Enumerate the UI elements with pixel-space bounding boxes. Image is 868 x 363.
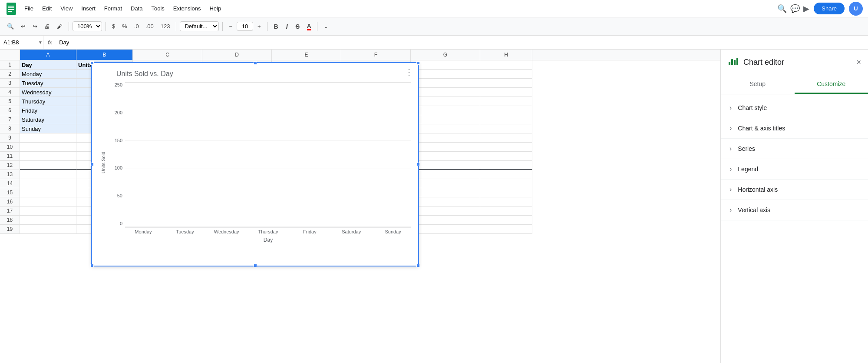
- grid-container[interactable]: 1DayUnits SoldStandard Deviation2Monday3…: [0, 60, 720, 363]
- cell-A3[interactable]: Tuesday: [20, 79, 76, 88]
- row-num-14[interactable]: 14: [0, 179, 20, 188]
- cell-A2[interactable]: Monday: [20, 70, 76, 79]
- cell-A12[interactable]: [20, 161, 76, 170]
- section-series[interactable]: › Series: [721, 139, 868, 159]
- menu-extensions[interactable]: Extensions: [170, 3, 205, 13]
- font-family-select[interactable]: Default...: [180, 21, 219, 31]
- name-box-input[interactable]: [3, 39, 38, 46]
- cell-G9[interactable]: [411, 133, 480, 143]
- strikethrough-button[interactable]: S: [293, 22, 303, 31]
- col-header-b[interactable]: B: [76, 50, 133, 60]
- decimal-increase-button[interactable]: .00: [143, 21, 156, 31]
- cell-G13[interactable]: [411, 170, 480, 179]
- cell-G8[interactable]: [411, 124, 480, 133]
- chart-resize-top-center[interactable]: [254, 61, 257, 65]
- row-num-18[interactable]: 18: [0, 216, 20, 225]
- row-num-12[interactable]: 12: [0, 161, 20, 170]
- editor-close-button[interactable]: ×: [856, 58, 861, 67]
- cell-A8[interactable]: Sunday: [20, 124, 76, 133]
- cell-A14[interactable]: [20, 179, 76, 188]
- chart-resize-left-center[interactable]: [90, 163, 94, 166]
- chart-resize-right-center[interactable]: [416, 163, 420, 166]
- cell-A5[interactable]: Thursday: [20, 97, 76, 106]
- section-vertical-axis[interactable]: › Vertical axis: [721, 200, 868, 220]
- row-num-16[interactable]: 16: [0, 197, 20, 206]
- cell-H10[interactable]: [480, 143, 532, 152]
- col-header-a[interactable]: A: [20, 50, 76, 60]
- section-horizontal-axis[interactable]: › Horizontal axis: [721, 180, 868, 200]
- paint-format-button[interactable]: 🖌: [54, 21, 65, 31]
- chart-resize-top-right[interactable]: [416, 61, 420, 65]
- font-size-decrease-button[interactable]: −: [226, 21, 235, 31]
- menu-file[interactable]: File: [21, 3, 37, 13]
- font-size-input[interactable]: [237, 22, 253, 31]
- row-num-1[interactable]: 1: [0, 60, 20, 70]
- menu-tools[interactable]: Tools: [148, 3, 168, 13]
- cell-H2[interactable]: [480, 70, 532, 79]
- menu-insert[interactable]: Insert: [78, 3, 99, 13]
- row-num-6[interactable]: 6: [0, 106, 20, 115]
- cell-H14[interactable]: [480, 179, 532, 188]
- menu-edit[interactable]: Edit: [39, 3, 55, 13]
- format-123-button[interactable]: 123: [158, 21, 173, 31]
- col-header-d[interactable]: D: [202, 50, 272, 60]
- comment-icon[interactable]: 💬: [790, 4, 800, 13]
- cell-G16[interactable]: [411, 197, 480, 206]
- cell-H17[interactable]: [480, 206, 532, 216]
- cell-H18[interactable]: [480, 216, 532, 225]
- section-legend[interactable]: › Legend: [721, 159, 868, 180]
- chart-resize-top-left[interactable]: [90, 61, 94, 65]
- text-color-button[interactable]: A: [304, 21, 314, 32]
- row-num-17[interactable]: 17: [0, 206, 20, 216]
- cell-A16[interactable]: [20, 197, 76, 206]
- name-box-arrow[interactable]: ▼: [38, 40, 43, 45]
- tab-setup[interactable]: Setup: [721, 75, 795, 94]
- cell-H1[interactable]: [480, 60, 532, 70]
- cell-A17[interactable]: [20, 206, 76, 216]
- search-toolbar-btn[interactable]: 🔍: [4, 21, 17, 31]
- menu-view[interactable]: View: [57, 3, 76, 13]
- print-button[interactable]: 🖨: [42, 21, 53, 31]
- row-num-7[interactable]: 7: [0, 115, 20, 124]
- col-header-h[interactable]: H: [480, 50, 532, 60]
- menu-help[interactable]: Help: [206, 3, 224, 13]
- cell-G7[interactable]: [411, 115, 480, 124]
- cell-H6[interactable]: [480, 106, 532, 115]
- formula-input[interactable]: [56, 39, 868, 46]
- col-header-c[interactable]: C: [133, 50, 202, 60]
- cell-G5[interactable]: [411, 97, 480, 106]
- row-num-13[interactable]: 13: [0, 170, 20, 179]
- cell-G2[interactable]: [411, 70, 480, 79]
- cell-G14[interactable]: [411, 179, 480, 188]
- chart-resize-bottom-left[interactable]: [90, 264, 94, 267]
- cell-G19[interactable]: [411, 225, 480, 234]
- row-num-8[interactable]: 8: [0, 124, 20, 133]
- cell-H5[interactable]: [480, 97, 532, 106]
- chart-resize-bottom-right[interactable]: [416, 264, 420, 267]
- cell-A1[interactable]: Day: [20, 60, 76, 70]
- cell-G3[interactable]: [411, 79, 480, 88]
- cell-A13[interactable]: [20, 170, 76, 179]
- cell-G4[interactable]: [411, 88, 480, 97]
- cell-G6[interactable]: [411, 106, 480, 115]
- menu-format[interactable]: Format: [101, 3, 125, 13]
- cell-G17[interactable]: [411, 206, 480, 216]
- menu-data[interactable]: Data: [127, 3, 146, 13]
- zoom-select[interactable]: 100%: [73, 21, 102, 31]
- cell-H11[interactable]: [480, 152, 532, 161]
- redo-button[interactable]: ↪: [30, 21, 40, 31]
- chart-resize-bottom-center[interactable]: [254, 264, 257, 267]
- row-num-9[interactable]: 9: [0, 133, 20, 143]
- present-icon[interactable]: ▶: [803, 4, 809, 13]
- cell-A7[interactable]: Saturday: [20, 115, 76, 124]
- decimal-decrease-button[interactable]: .0: [132, 21, 142, 31]
- section-chart-style[interactable]: › Chart style: [721, 98, 868, 118]
- cell-A18[interactable]: [20, 216, 76, 225]
- cell-A19[interactable]: [20, 225, 76, 234]
- cell-H4[interactable]: [480, 88, 532, 97]
- cell-H13[interactable]: [480, 170, 532, 179]
- currency-button[interactable]: $: [109, 21, 118, 31]
- undo-button[interactable]: ↩: [18, 21, 28, 31]
- row-num-2[interactable]: 2: [0, 70, 20, 79]
- row-num-10[interactable]: 10: [0, 143, 20, 152]
